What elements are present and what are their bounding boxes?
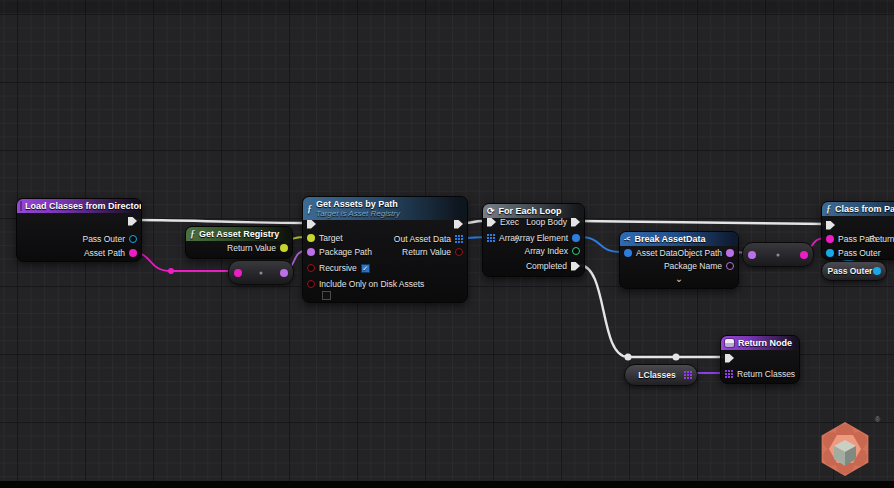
expand-chevron-icon[interactable]: ⌄: [620, 275, 738, 283]
node-load-classes-from-directory-titles: Load Classes from Directory: [25, 201, 141, 211]
reroute-dot[interactable]: [168, 268, 174, 274]
pin-row-return-value: Return Value: [227, 241, 288, 255]
pin-row-out-asset-data: Out Asset Data: [394, 232, 463, 246]
node-get-asset-registry[interactable]: ƒGet Asset RegistryReturn Value: [185, 226, 293, 259]
node-title: Get Asset Registry: [199, 229, 279, 239]
wire-element-to-assetdata: [579, 237, 621, 252]
pin-label: Package Name: [664, 261, 722, 271]
pin-return-value[interactable]: [280, 244, 288, 252]
pin-exec[interactable]: [826, 221, 835, 230]
reroute-dot[interactable]: [673, 354, 680, 361]
node-return-node-titles: Return Node: [738, 338, 792, 348]
pin-package-path[interactable]: [307, 248, 315, 256]
node-return-node-header: Return Node: [721, 336, 799, 350]
pin-row-pass-outer: Pass Outer: [826, 246, 881, 260]
pin-row-asset-path: Asset Path: [84, 246, 137, 260]
pin-array-index[interactable]: [572, 247, 580, 255]
pin-label: Asset Path: [84, 248, 125, 258]
pin-array-element[interactable]: [572, 234, 580, 242]
pin-asset-path[interactable]: [129, 249, 137, 257]
pin-label: Array Index: [525, 246, 568, 256]
reroute-dot[interactable]: [625, 354, 632, 361]
pin-object-path[interactable]: [726, 249, 734, 257]
node-for-each-loop[interactable]: ⟳For Each LoopExecLoop BodyArrayArray El…: [482, 203, 585, 277]
pin-getter-lclasses[interactable]: [684, 371, 692, 379]
getter-lclasses[interactable]: LClasses: [624, 364, 698, 386]
pin-pass-outer[interactable]: [826, 249, 834, 257]
node-title: Return Node: [738, 338, 792, 348]
pin-convert-out[interactable]: [800, 251, 808, 259]
pin-package-name[interactable]: [726, 262, 734, 270]
pin-exec[interactable]: [307, 220, 316, 229]
pin-recursive[interactable]: [307, 264, 315, 272]
pin-row-return-value: Return Value: [869, 232, 894, 246]
variable-label: LClasses: [638, 370, 683, 380]
pin-return-value[interactable]: [455, 248, 463, 256]
convert-string-to-name[interactable]: [228, 260, 294, 285]
node-class-from-path[interactable]: ƒClass from PathPass PathReturn ValuePas…: [821, 201, 894, 260]
node-get-assets-by-path-titles: Get Assets by PathTarget is Asset Regist…: [316, 199, 400, 218]
pin-loop-body[interactable]: [571, 218, 580, 227]
pin-target[interactable]: [307, 234, 315, 242]
node-class-from-path-header: ƒClass from Path: [822, 202, 894, 216]
pin-row-target: Target: [307, 231, 343, 245]
pin-row-pass-outer: Pass Outer: [82, 232, 137, 246]
pin-exec[interactable]: [725, 354, 734, 363]
node-get-asset-registry-header: ƒGet Asset Registry: [186, 227, 292, 241]
pin-row-package-name: Package Name: [664, 259, 734, 273]
pin-row-exec: [725, 351, 734, 365]
loop-icon: ⟳: [487, 207, 495, 215]
pin-asset-data[interactable]: [624, 249, 632, 257]
pin-row-loop-body: Loop Body: [526, 215, 580, 229]
function-icon: ƒ: [826, 205, 831, 213]
node-title: Get Assets by Path: [316, 199, 398, 209]
pin-include-only-on-disk-assets[interactable]: [307, 280, 315, 288]
node-break-assetdata-header: -<Break AssetData: [620, 232, 738, 246]
ue-marketplace-cube-logo: [812, 414, 882, 484]
checkbox-checked[interactable]: ✓: [361, 264, 370, 273]
pin-label: Return Value: [402, 247, 451, 257]
pin-row-exec: Exec: [487, 215, 519, 229]
pin-convert-in[interactable]: [234, 269, 242, 277]
node-get-assets-by-path-header: ƒGet Assets by PathTarget is Asset Regis…: [303, 197, 467, 220]
pin-return-classes[interactable]: [725, 370, 733, 378]
pin-convert-out[interactable]: [280, 269, 288, 277]
pin-array[interactable]: [487, 234, 495, 242]
node-break-assetdata[interactable]: -<Break AssetDataAsset DataObject PathPa…: [619, 231, 739, 289]
pin-exec[interactable]: [128, 217, 137, 226]
node-load-classes-from-directory-header: Load Classes from Directory: [17, 199, 141, 213]
pin-getter-pass-outer[interactable]: [873, 267, 881, 275]
pin-row-exec: [454, 217, 463, 231]
pin-convert-in[interactable]: [748, 251, 756, 259]
pin-row-asset-data: Asset Data: [624, 246, 678, 260]
pin-row-exec: [826, 218, 835, 232]
function-icon: ƒ: [307, 205, 312, 213]
pin-pass-path[interactable]: [826, 235, 834, 243]
pin-label: Loop Body: [526, 217, 567, 227]
pin-out-asset-data[interactable]: [455, 235, 463, 243]
pin-exec[interactable]: [487, 218, 496, 227]
node-load-classes-from-directory[interactable]: Load Classes from DirectoryPass OuterAss…: [16, 198, 142, 262]
bottom-letterbox: [0, 481, 894, 488]
node-get-assets-by-path[interactable]: ƒGet Assets by PathTarget is Asset Regis…: [302, 196, 468, 303]
pin-label: Asset Data: [636, 248, 678, 258]
pin-exec[interactable]: [454, 220, 463, 229]
pin-label: Completed: [526, 261, 567, 271]
pin-row-exec: [128, 214, 137, 228]
node-title: Break AssetData: [634, 234, 705, 244]
blueprint-graph-canvas[interactable]: Load Classes from DirectoryPass OuterAss…: [0, 0, 894, 488]
convert-dot-icon: [260, 271, 263, 274]
pin-pass-outer[interactable]: [129, 235, 137, 243]
convert-name-to-string[interactable]: [742, 242, 814, 267]
pin-label: Array Element: [514, 233, 568, 243]
getter-pass-outer[interactable]: Pass Outer: [821, 261, 887, 281]
pin-completed[interactable]: [571, 262, 580, 271]
checkbox-unchecked[interactable]: [322, 291, 331, 300]
pin-row-completed: Completed: [526, 259, 580, 273]
function-icon: ƒ: [190, 230, 195, 238]
node-icon: [725, 339, 734, 347]
node-return-node[interactable]: Return NodeReturn Classes: [720, 335, 800, 384]
pin-label: Exec: [500, 217, 519, 227]
registered-trademark-symbol: ®: [875, 416, 880, 423]
pin-row-array-element: Array Element: [514, 231, 580, 245]
